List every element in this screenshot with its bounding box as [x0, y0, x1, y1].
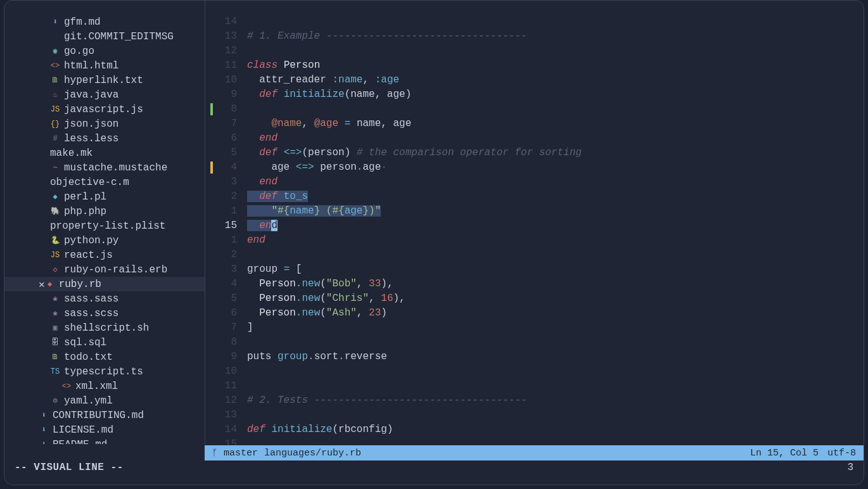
file-name: javascript.js	[64, 104, 143, 115]
line-number: 7	[205, 321, 242, 335]
file-tree-item[interactable]: ⚙yaml.yml	[4, 393, 205, 408]
file-tree[interactable]: ⬇gfm.mdgit.COMMIT_EDITMSG◉go.go<>html.ht…	[4, 1, 205, 444]
line-number: 11	[205, 58, 242, 73]
file-name: property-list.plist	[50, 220, 165, 232]
file-tree-item[interactable]: TStypescript.ts	[4, 364, 205, 379]
code-line[interactable]: "#{name} (#{age})"	[247, 204, 864, 219]
code-line[interactable]	[247, 248, 864, 262]
file-name: typescript.ts	[64, 366, 143, 378]
code-line[interactable]: # 2. Tests -----------------------------…	[247, 393, 864, 408]
file-tree-item[interactable]: 🐍python.py	[4, 233, 205, 248]
line-number: 12	[205, 393, 242, 408]
code-line[interactable]: def <=>(person) # the comparison operato…	[247, 146, 864, 160]
code-line[interactable]: # 1. Example ---------------------------…	[247, 29, 864, 44]
file-tree-item[interactable]: ❀sass.sass	[4, 291, 205, 306]
code-line[interactable]: end	[247, 131, 864, 146]
code-line[interactable]	[247, 102, 864, 117]
editor-pane[interactable]: 1413121110987654321151234567891011121314…	[205, 1, 864, 444]
git-modified-marker	[210, 162, 213, 174]
line-number: 1	[205, 204, 242, 219]
file-tree-item[interactable]: <>xml.xml	[4, 379, 205, 393]
line-number-gutter: 1413121110987654321151234567891011121314…	[205, 15, 242, 452]
code-line[interactable]	[247, 335, 864, 350]
code-line[interactable]: puts group.sort.reverse	[247, 350, 864, 364]
file-name: mustache.mustache	[64, 162, 167, 174]
file-tree-item[interactable]: #less.less	[4, 131, 205, 146]
filetype-icon: JS	[50, 251, 60, 260]
filetype-icon: 🐘	[50, 206, 60, 216]
modified-indicator-icon: ✕	[39, 278, 45, 291]
file-tree-item[interactable]: property-list.plist	[4, 219, 205, 233]
code-area[interactable]: # 1. Example ---------------------------…	[247, 15, 864, 452]
code-line[interactable]: end	[247, 219, 864, 233]
file-tree-item[interactable]: make.mk	[4, 146, 205, 160]
code-line[interactable]: Person.new("Ash", 23)	[247, 306, 864, 321]
file-tree-item[interactable]: ◉go.go	[4, 44, 205, 58]
command-line: -- VISUAL LINE -- 3	[4, 460, 864, 485]
file-tree-item[interactable]: JSreact.js	[4, 248, 205, 262]
line-number: 15	[205, 219, 242, 233]
file-name: html.html	[64, 60, 118, 72]
file-tree-item[interactable]: 🗎hyperlink.txt	[4, 73, 205, 87]
file-name: hyperlink.txt	[64, 75, 143, 86]
line-number: 11	[205, 379, 242, 393]
file-tree-item[interactable]: 🗎todo.txt	[4, 350, 205, 364]
file-name: java.java	[64, 89, 118, 101]
line-number: 2	[205, 189, 242, 204]
file-tree-item[interactable]: ❀sass.scss	[4, 306, 205, 321]
file-tree-item[interactable]: ⬇CONTRIBUTING.md	[4, 408, 205, 422]
filetype-icon: ◉	[50, 46, 60, 56]
line-number: 3	[205, 262, 242, 277]
line-number: 6	[205, 131, 242, 146]
cmdline-tail: 3	[847, 462, 853, 473]
code-line[interactable]: group = [	[247, 262, 864, 277]
code-line[interactable]	[247, 364, 864, 379]
line-number: 13	[205, 29, 242, 44]
file-tree-item[interactable]: ▣shellscript.sh	[4, 321, 205, 335]
file-tree-item[interactable]: {}json.json	[4, 117, 205, 131]
file-tree-item[interactable]: JSjavascript.js	[4, 102, 205, 117]
code-line[interactable]	[247, 408, 864, 422]
file-tree-item[interactable]: ♨java.java	[4, 87, 205, 102]
code-line[interactable]: end	[247, 175, 864, 189]
filetype-icon: TS	[50, 367, 60, 376]
filetype-icon: 🗎	[50, 352, 60, 362]
file-name: sass.sass	[64, 293, 118, 305]
code-line[interactable]	[247, 15, 864, 29]
code-line[interactable]: class Person	[247, 58, 864, 73]
file-tree-item[interactable]: ~mustache.mustache	[4, 160, 205, 175]
code-line[interactable]: attr_reader :name, :age	[247, 73, 864, 87]
filetype-icon: <>	[50, 61, 60, 70]
code-line[interactable]: Person.new("Bob", 33),	[247, 277, 864, 291]
code-line[interactable]: @name, @age = name, age	[247, 117, 864, 131]
code-line[interactable]	[247, 44, 864, 58]
code-line[interactable]: ]	[247, 321, 864, 335]
file-tree-item[interactable]: ◆perl.pl	[4, 189, 205, 204]
git-added-marker	[210, 103, 213, 115]
code-line[interactable]: def initialize(name, age)	[247, 87, 864, 102]
code-line[interactable]: def initialize(rbconfig)	[247, 422, 864, 437]
code-line[interactable]: age <=> person.age·	[247, 160, 864, 175]
file-tree-item[interactable]: ⬇LICENSE.md	[4, 422, 205, 437]
file-tree-item[interactable]: ◇ruby-on-rails.erb	[4, 262, 205, 277]
code-line[interactable]: def to_s	[247, 189, 864, 204]
file-tree-item[interactable]: ⬇gfm.md	[4, 15, 205, 29]
line-number: 13	[205, 408, 242, 422]
code-line[interactable]: end	[247, 233, 864, 248]
filetype-icon: 🐍	[50, 236, 60, 245]
file-name: sql.sql	[64, 337, 106, 348]
filetype-icon: ❀	[50, 308, 60, 318]
line-number: 4	[205, 277, 242, 291]
code-line[interactable]: Person.new("Chris", 16),	[247, 291, 864, 306]
filetype-icon: ⬇	[39, 440, 49, 444]
file-tree-item[interactable]: <>html.html	[4, 58, 205, 73]
file-name: LICENSE.md	[53, 424, 113, 436]
file-tree-item[interactable]: ⬇README.md	[4, 437, 205, 444]
file-tree-item[interactable]: objective-c.m	[4, 175, 205, 189]
filetype-icon: ⬇	[39, 425, 49, 435]
file-tree-item[interactable]: ✕◆ruby.rb	[4, 277, 205, 291]
file-tree-item[interactable]: 🐘php.php	[4, 204, 205, 219]
file-tree-item[interactable]: 🗄sql.sql	[4, 335, 205, 350]
code-line[interactable]	[247, 379, 864, 393]
file-tree-item[interactable]: git.COMMIT_EDITMSG	[4, 29, 205, 44]
